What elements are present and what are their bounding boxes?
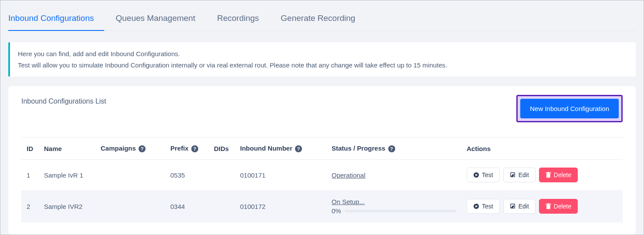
tab-inbound-configurations[interactable]: Inbound Configurations <box>8 8 104 31</box>
progress-bar <box>345 210 456 212</box>
info-banner: Here you can find, add and edit Inbound … <box>8 42 636 77</box>
tab-recordings[interactable]: Recordings <box>217 8 269 30</box>
test-button[interactable]: Test <box>467 199 500 214</box>
col-actions: Actions <box>461 138 623 160</box>
cell-inbound-number: 0100171 <box>235 160 326 191</box>
list-panel: Inbound Configurations List New Inbound … <box>8 86 636 235</box>
info-line-2: Test will allow you to simulate Inbound … <box>18 60 628 71</box>
tab-queues-management[interactable]: Queues Management <box>115 8 206 30</box>
cell-campaigns <box>95 160 165 191</box>
cell-actions: Test Edit Delete <box>461 160 623 191</box>
cell-prefix: 0344 <box>165 190 209 222</box>
question-circle-icon[interactable]: ? <box>191 145 198 152</box>
col-prefix-label: Prefix <box>170 144 189 152</box>
cell-campaigns <box>95 190 165 222</box>
new-button-highlight: New Inbound Configuration <box>516 95 623 122</box>
play-circle-icon <box>473 203 479 209</box>
panel-title: Inbound Configurations List <box>21 95 106 105</box>
cell-id: 1 <box>21 160 39 191</box>
cell-status: Operational <box>326 160 461 191</box>
test-button[interactable]: Test <box>467 168 500 182</box>
col-dids: DIDs <box>209 138 235 160</box>
table-row: 2 Sample IVR2 0344 0100172 On Setup... 0… <box>21 190 623 222</box>
tab-generate-recording[interactable]: Generate Recording <box>281 8 366 30</box>
new-inbound-configuration-button[interactable]: New Inbound Configuration <box>520 99 619 118</box>
pencil-square-icon <box>510 172 516 178</box>
col-id: ID <box>21 138 39 160</box>
col-campaigns: Campaigns ? <box>95 138 165 160</box>
col-campaigns-label: Campaigns <box>101 144 136 152</box>
svg-rect-11 <box>547 203 549 204</box>
svg-rect-5 <box>547 172 549 173</box>
panel-header: Inbound Configurations List New Inbound … <box>21 95 623 122</box>
table-header-row: ID Name Campaigns ? Prefix ? DIDs Inboun… <box>21 138 623 160</box>
edit-button[interactable]: Edit <box>503 199 536 214</box>
cell-dids <box>209 160 235 191</box>
test-button-label: Test <box>482 203 493 210</box>
table-row: 1 Sample IvR 1 0535 0100171 Operational <box>21 160 623 191</box>
cell-inbound-number: 0100172 <box>235 190 326 222</box>
pencil-square-icon <box>510 203 516 209</box>
question-circle-icon[interactable]: ? <box>388 145 395 152</box>
col-name: Name <box>39 138 95 160</box>
progress-percent: 0% <box>332 207 341 215</box>
trash-icon <box>546 172 551 178</box>
cell-dids <box>209 190 235 222</box>
configurations-table: ID Name Campaigns ? Prefix ? DIDs Inboun… <box>21 137 623 222</box>
trash-icon <box>546 203 551 209</box>
status-link[interactable]: On Setup... <box>332 198 365 205</box>
edit-button-label: Edit <box>519 203 529 210</box>
delete-button[interactable]: Delete <box>539 199 578 214</box>
cell-status: On Setup... 0% <box>326 190 461 222</box>
cell-actions: Test Edit Delete <box>461 190 623 222</box>
info-line-1: Here you can find, add and edit Inbound … <box>18 48 628 60</box>
cell-prefix: 0535 <box>165 160 209 191</box>
status-link[interactable]: Operational <box>332 171 366 179</box>
delete-button-label: Delete <box>554 203 571 210</box>
col-status: Status / Progress ? <box>326 138 461 160</box>
test-button-label: Test <box>482 171 493 178</box>
question-circle-icon[interactable]: ? <box>295 145 302 152</box>
edit-button-label: Edit <box>519 171 529 178</box>
svg-rect-9 <box>546 205 550 209</box>
delete-button-label: Delete <box>554 171 571 178</box>
delete-button[interactable]: Delete <box>539 168 578 182</box>
cell-name: Sample IVR2 <box>39 190 95 222</box>
edit-button[interactable]: Edit <box>503 168 536 182</box>
col-inbound-number: Inbound Number ? <box>235 138 326 160</box>
play-circle-icon <box>473 172 479 178</box>
col-prefix: Prefix ? <box>165 138 209 160</box>
question-circle-icon[interactable]: ? <box>139 145 146 152</box>
cell-name: Sample IvR 1 <box>39 160 95 191</box>
col-inbound-number-label: Inbound Number <box>240 144 292 152</box>
svg-rect-3 <box>546 174 550 178</box>
tabs-bar: Inbound Configurations Queues Management… <box>8 8 636 31</box>
cell-id: 2 <box>21 190 39 222</box>
col-status-label: Status / Progress <box>332 144 385 152</box>
